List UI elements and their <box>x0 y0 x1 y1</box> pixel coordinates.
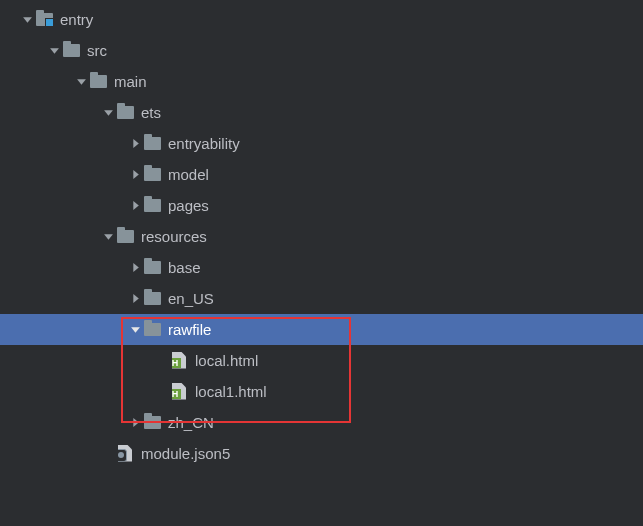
tree-item-label: module.json5 <box>141 445 230 462</box>
chevron-down-icon[interactable] <box>99 107 117 118</box>
folder-icon <box>117 228 135 246</box>
tree-item-label: zh_CN <box>168 414 214 431</box>
tree-item[interactable]: resources <box>0 221 643 252</box>
folder-icon <box>63 42 81 60</box>
json-file-icon <box>117 445 135 463</box>
tree-item[interactable]: main <box>0 66 643 97</box>
tree-item[interactable]: pages <box>0 190 643 221</box>
chevron-down-icon[interactable] <box>72 76 90 87</box>
folder-icon <box>144 135 162 153</box>
module-folder-icon <box>36 11 54 29</box>
tree-item[interactable]: base <box>0 252 643 283</box>
tree-item[interactable]: rawfile <box>0 314 643 345</box>
tree-item-label: resources <box>141 228 207 245</box>
html-file-icon <box>171 383 189 401</box>
folder-icon <box>144 197 162 215</box>
folder-icon <box>144 414 162 432</box>
folder-icon <box>144 259 162 277</box>
html-file-icon <box>171 352 189 370</box>
tree-item[interactable]: zh_CN <box>0 407 643 438</box>
chevron-down-icon[interactable] <box>18 14 36 25</box>
tree-item-label: entry <box>60 11 93 28</box>
tree-item[interactable]: entry <box>0 4 643 35</box>
chevron-down-icon[interactable] <box>45 45 63 56</box>
tree-item[interactable]: local.html <box>0 345 643 376</box>
folder-icon <box>117 104 135 122</box>
tree-item[interactable]: src <box>0 35 643 66</box>
tree-item-label: en_US <box>168 290 214 307</box>
tree-item-label: local.html <box>195 352 258 369</box>
folder-icon <box>144 166 162 184</box>
tree-item[interactable]: ets <box>0 97 643 128</box>
tree-item-label: local1.html <box>195 383 267 400</box>
tree-item-label: ets <box>141 104 161 121</box>
chevron-right-icon[interactable] <box>126 200 144 211</box>
tree-item-label: base <box>168 259 201 276</box>
tree-item[interactable]: entryability <box>0 128 643 159</box>
tree-item-label: rawfile <box>168 321 211 338</box>
tree-item-label: model <box>168 166 209 183</box>
chevron-right-icon[interactable] <box>126 293 144 304</box>
tree-item[interactable]: module.json5 <box>0 438 643 469</box>
folder-icon <box>144 290 162 308</box>
project-tree[interactable]: entrysrcmainetsentryabilitymodelpagesres… <box>0 0 643 469</box>
tree-item-label: pages <box>168 197 209 214</box>
chevron-right-icon[interactable] <box>126 262 144 273</box>
chevron-down-icon[interactable] <box>126 324 144 335</box>
tree-item[interactable]: model <box>0 159 643 190</box>
folder-icon <box>144 321 162 339</box>
tree-item-label: entryability <box>168 135 240 152</box>
tree-item-label: main <box>114 73 147 90</box>
tree-item[interactable]: en_US <box>0 283 643 314</box>
chevron-down-icon[interactable] <box>99 231 117 242</box>
tree-item-label: src <box>87 42 107 59</box>
chevron-right-icon[interactable] <box>126 138 144 149</box>
chevron-right-icon[interactable] <box>126 417 144 428</box>
folder-icon <box>90 73 108 91</box>
chevron-right-icon[interactable] <box>126 169 144 180</box>
tree-item[interactable]: local1.html <box>0 376 643 407</box>
